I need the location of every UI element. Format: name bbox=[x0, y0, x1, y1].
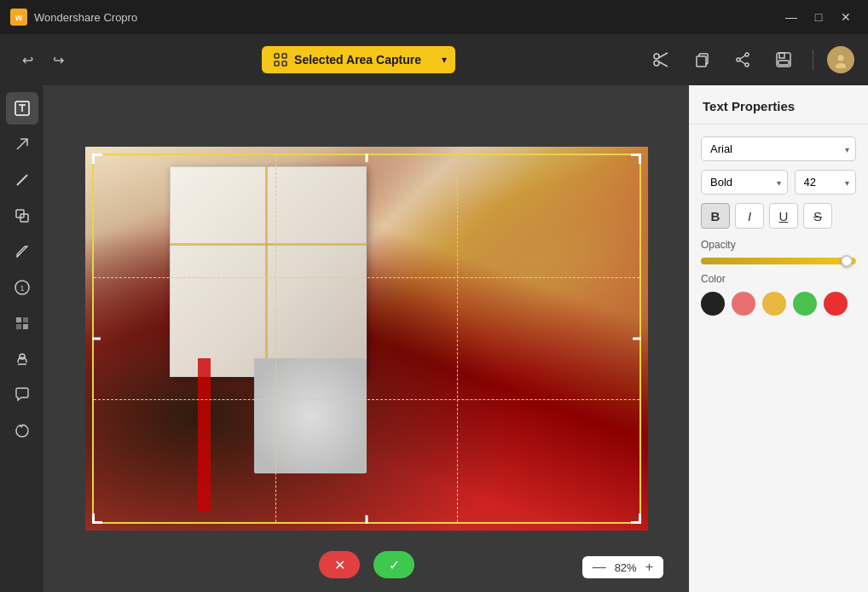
font-size-select[interactable]: 42 bbox=[795, 170, 857, 194]
mosaic-tool-button[interactable] bbox=[6, 307, 38, 340]
undo-button[interactable]: ↩ bbox=[14, 46, 41, 73]
grid-v2 bbox=[457, 155, 458, 522]
svg-point-13 bbox=[737, 58, 740, 61]
capture-icon bbox=[274, 53, 287, 67]
lasso-tool-icon bbox=[14, 422, 31, 439]
speech-bubble-icon bbox=[14, 386, 31, 403]
handle-right-center[interactable] bbox=[633, 338, 641, 340]
handle-top-left[interactable] bbox=[92, 154, 102, 164]
stamp-tool-icon bbox=[14, 351, 31, 368]
capture-image bbox=[85, 147, 648, 531]
cut-button[interactable] bbox=[645, 44, 676, 75]
copy-icon bbox=[693, 51, 710, 68]
save-icon bbox=[775, 51, 792, 68]
avatar-icon bbox=[832, 51, 849, 68]
confirm-button[interactable]: ✓ bbox=[373, 551, 414, 578]
opacity-track bbox=[701, 258, 856, 264]
color-swatch-green[interactable] bbox=[793, 292, 817, 316]
zoom-in-button[interactable]: + bbox=[644, 560, 655, 575]
svg-text:W: W bbox=[15, 14, 23, 22]
svg-rect-10 bbox=[697, 56, 706, 67]
confirm-icon: ✓ bbox=[389, 557, 400, 573]
pen-tool-icon bbox=[14, 243, 31, 260]
color-swatch-black[interactable] bbox=[701, 292, 725, 316]
speech-bubble-button[interactable] bbox=[6, 379, 38, 411]
color-label: Color bbox=[701, 273, 856, 285]
grid-h2 bbox=[94, 399, 639, 400]
user-avatar[interactable] bbox=[827, 46, 854, 73]
svg-rect-31 bbox=[23, 317, 28, 322]
arrow-tool-button[interactable] bbox=[6, 128, 38, 160]
handle-top-center[interactable] bbox=[366, 154, 368, 162]
underline-button[interactable]: U bbox=[769, 203, 798, 229]
italic-button[interactable]: I bbox=[735, 203, 764, 229]
handle-bottom-right[interactable] bbox=[631, 514, 641, 524]
minimize-button[interactable]: — bbox=[779, 8, 803, 26]
maximize-button[interactable]: □ bbox=[807, 8, 830, 26]
title-bar: W Wondershare Cropro — □ ✕ bbox=[0, 0, 868, 34]
capture-label-text: Selected Area Capture bbox=[294, 53, 421, 67]
svg-line-8 bbox=[658, 53, 668, 58]
svg-rect-18 bbox=[778, 61, 789, 65]
line-tool-button[interactable] bbox=[6, 164, 38, 196]
svg-point-11 bbox=[745, 53, 749, 56]
capture-btn-label: Selected Area Capture bbox=[262, 46, 433, 73]
bold-button[interactable]: B bbox=[701, 203, 730, 229]
zoom-out-button[interactable]: — bbox=[591, 560, 608, 575]
handle-left-center[interactable] bbox=[92, 338, 101, 340]
panel-title: Text Properties bbox=[689, 85, 868, 125]
grid-h1 bbox=[94, 277, 639, 278]
color-swatch-pink[interactable] bbox=[732, 292, 755, 316]
zoom-level: 82% bbox=[615, 561, 637, 574]
svg-rect-33 bbox=[23, 324, 28, 329]
arrow-tool-icon bbox=[14, 136, 31, 153]
copy-area-button[interactable] bbox=[6, 200, 38, 232]
text-tool-icon bbox=[14, 100, 31, 117]
color-swatch-red[interactable] bbox=[824, 292, 848, 316]
main-area: 1 bbox=[0, 85, 868, 592]
numbered-tool-button[interactable]: 1 bbox=[6, 271, 38, 304]
color-swatch-yellow[interactable] bbox=[762, 292, 786, 316]
svg-rect-30 bbox=[16, 317, 21, 322]
opacity-slider[interactable] bbox=[701, 258, 856, 264]
share-icon bbox=[734, 51, 751, 68]
font-family-select[interactable]: Arial bbox=[701, 136, 856, 161]
cancel-icon: ✕ bbox=[334, 557, 345, 573]
right-panel: Text Properties Arial ▾ Bold ▾ bbox=[689, 85, 868, 592]
close-button[interactable]: ✕ bbox=[834, 8, 858, 26]
image-container bbox=[85, 147, 648, 531]
capture-dropdown-arrow[interactable]: ▾ bbox=[433, 47, 455, 73]
share-button[interactable] bbox=[727, 44, 758, 75]
scissors-icon bbox=[652, 51, 669, 68]
handle-bottom-left[interactable] bbox=[92, 514, 102, 524]
svg-rect-4 bbox=[275, 61, 279, 66]
text-tool-button[interactable] bbox=[6, 92, 38, 125]
font-weight-wrapper: Bold ▾ bbox=[701, 170, 788, 194]
toolbar-right-actions bbox=[645, 44, 854, 75]
title-bar-left: W Wondershare Cropro bbox=[10, 9, 137, 26]
selection-overlay bbox=[92, 154, 641, 524]
svg-point-12 bbox=[745, 63, 749, 67]
stamp-tool-button[interactable] bbox=[6, 343, 38, 375]
svg-line-9 bbox=[658, 61, 668, 67]
copy-button[interactable] bbox=[686, 44, 717, 75]
redo-button[interactable]: ↪ bbox=[44, 46, 72, 73]
capture-button[interactable]: Selected Area Capture ▾ bbox=[262, 46, 455, 73]
handle-top-right[interactable] bbox=[631, 154, 641, 164]
svg-line-15 bbox=[740, 61, 745, 64]
handle-bottom-center[interactable] bbox=[366, 515, 368, 524]
pen-tool-button[interactable] bbox=[6, 235, 38, 268]
cancel-button[interactable]: ✕ bbox=[319, 551, 360, 578]
save-button[interactable] bbox=[768, 44, 799, 75]
font-weight-select[interactable]: Bold bbox=[701, 170, 788, 194]
svg-rect-2 bbox=[275, 54, 279, 58]
svg-line-23 bbox=[17, 139, 27, 149]
lasso-tool-button[interactable] bbox=[6, 415, 38, 447]
svg-line-24 bbox=[17, 175, 27, 185]
svg-rect-3 bbox=[282, 54, 286, 58]
strikethrough-button[interactable]: S bbox=[803, 203, 832, 229]
zoom-control: — 82% + bbox=[582, 556, 663, 578]
mosaic-tool-icon bbox=[14, 315, 31, 332]
font-family-wrapper: Arial ▾ bbox=[701, 136, 856, 161]
opacity-thumb[interactable] bbox=[841, 255, 853, 267]
